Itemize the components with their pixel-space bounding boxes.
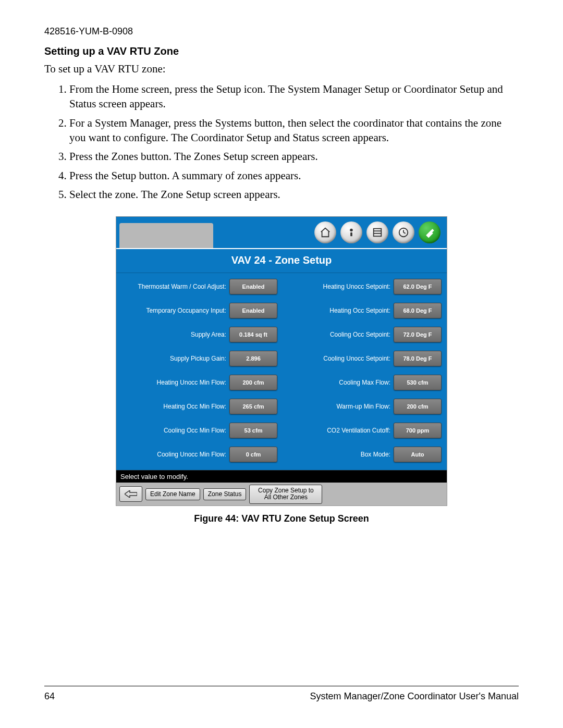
- edit-zone-name-button[interactable]: Edit Zone Name: [145, 488, 200, 500]
- cool-occ-min-label: Cooling Occ Min Flow:: [118, 427, 226, 434]
- figure-caption: Figure 44: VAV RTU Zone Setup Screen: [44, 513, 519, 524]
- cool-max-flow-label: Cooling Max Flow:: [283, 379, 390, 386]
- zone-title: VAV 24 - Zone Setup: [116, 248, 447, 273]
- heat-unocc-sp-label: Heating Unocc Setpoint:: [283, 283, 390, 290]
- box-mode-label: Box Mode:: [283, 451, 390, 458]
- page-number: 64: [44, 691, 55, 702]
- temp-occ-input-row: Temporary Occupancy Input: Enabled: [118, 300, 277, 321]
- home-icon[interactable]: [314, 221, 336, 243]
- svg-rect-2: [374, 229, 382, 237]
- cool-unocc-min-label: Cooling Unocc Min Flow:: [118, 451, 226, 458]
- top-toolbar: [116, 217, 447, 248]
- svg-point-0: [350, 229, 353, 232]
- supply-area-row: Supply Area: 0.184 sq ft: [118, 324, 277, 345]
- cool-unocc-min-value[interactable]: 0 cfm: [229, 447, 277, 462]
- supply-area-label: Supply Area:: [118, 331, 226, 338]
- co2-cutoff-label: CO2 Ventilation Cutoff:: [283, 427, 390, 434]
- right-column: Heating Unocc Setpoint: 62.0 Deg F Heati…: [283, 276, 442, 468]
- document-header: 428516-YUM-B-0908: [44, 26, 519, 37]
- footer-rule: [44, 686, 519, 686]
- cool-unocc-sp-label: Cooling Unocc Setpoint:: [283, 355, 390, 362]
- box-mode-row: Box Mode: Auto: [283, 444, 442, 465]
- cool-max-flow-row: Cooling Max Flow: 530 cfm: [283, 372, 442, 393]
- tab-placeholder: [119, 223, 213, 248]
- heat-occ-min-label: Heating Occ Min Flow:: [118, 403, 226, 410]
- setup-icon[interactable]: [419, 221, 440, 243]
- heat-unocc-min-row: Heating Unocc Min Flow: 200 cfm: [118, 372, 277, 393]
- cool-occ-sp-value[interactable]: 72.0 Deg F: [394, 327, 442, 342]
- zone-status-button[interactable]: Zone Status: [203, 488, 247, 500]
- heat-occ-min-value[interactable]: 265 cfm: [229, 399, 277, 414]
- cool-unocc-min-row: Cooling Unocc Min Flow: 0 cfm: [118, 444, 277, 465]
- step-2: For a System Manager, press the Systems …: [69, 116, 519, 145]
- box-mode-value[interactable]: Auto: [394, 447, 442, 462]
- cool-unocc-sp-value[interactable]: 78.0 Deg F: [394, 351, 442, 366]
- warmup-min-label: Warm-up Min Flow:: [283, 403, 390, 410]
- section-title: Setting up a VAV RTU Zone: [44, 45, 519, 57]
- cool-occ-min-row: Cooling Occ Min Flow: 53 cfm: [118, 420, 277, 441]
- svg-line-7: [403, 232, 406, 233]
- warmup-min-row: Warm-up Min Flow: 200 cfm: [283, 396, 442, 417]
- cool-occ-min-value[interactable]: 53 cfm: [229, 423, 277, 438]
- intro-text: To set up a VAV RTU zone:: [44, 63, 519, 76]
- clock-icon[interactable]: [393, 221, 414, 243]
- thermostat-adjust-value[interactable]: Enabled: [229, 279, 277, 294]
- copy-zone-setup-button[interactable]: Copy Zone Setup to All Other Zones: [249, 485, 322, 503]
- step-1: From the Home screen, press the Setup ic…: [69, 82, 519, 112]
- svg-rect-1: [350, 232, 352, 236]
- thermostat-adjust-label: Thermostat Warm / Cool Adjust:: [118, 283, 226, 290]
- step-4: Press the Setup button. A summary of zon…: [69, 168, 519, 183]
- thermostat-adjust-row: Thermostat Warm / Cool Adjust: Enabled: [118, 276, 277, 297]
- temp-occ-input-value[interactable]: Enabled: [229, 303, 277, 318]
- cool-max-flow-value[interactable]: 530 cfm: [394, 375, 442, 390]
- step-5: Select the zone. The Zone Setup screen a…: [69, 187, 519, 202]
- steps-list: From the Home screen, press the Setup ic…: [44, 82, 519, 202]
- supply-pickup-label: Supply Pickup Gain:: [118, 355, 226, 362]
- temp-occ-input-label: Temporary Occupancy Input:: [118, 307, 226, 314]
- heat-occ-sp-row: Heating Occ Setpoint: 68.0 Deg F: [283, 300, 442, 321]
- warmup-min-value[interactable]: 200 cfm: [394, 399, 442, 414]
- zone-body: Thermostat Warm / Cool Adjust: Enabled T…: [116, 273, 447, 470]
- back-button[interactable]: [119, 486, 142, 502]
- co2-cutoff-value[interactable]: 700 ppm: [394, 423, 442, 438]
- supply-area-value[interactable]: 0.184 sq ft: [229, 327, 277, 342]
- co2-cutoff-row: CO2 Ventilation Cutoff: 700 ppm: [283, 420, 442, 441]
- cool-occ-sp-row: Cooling Occ Setpoint: 72.0 Deg F: [283, 324, 442, 345]
- heat-unocc-min-value[interactable]: 200 cfm: [229, 375, 277, 390]
- page-footer: 64 System Manager/Zone Coordinator User'…: [44, 691, 519, 702]
- manual-title: System Manager/Zone Coordinator User's M…: [310, 691, 519, 702]
- cool-unocc-sp-row: Cooling Unocc Setpoint: 78.0 Deg F: [283, 348, 442, 369]
- heat-occ-sp-label: Heating Occ Setpoint:: [283, 307, 390, 314]
- select-prompt: Select value to modify.: [116, 470, 447, 483]
- heat-unocc-min-label: Heating Unocc Min Flow:: [118, 379, 226, 386]
- zone-setup-screen: VAV 24 - Zone Setup Thermostat Warm / Co…: [116, 216, 447, 506]
- bottom-toolbar: Edit Zone Name Zone Status Copy Zone Set…: [116, 483, 447, 505]
- heat-occ-sp-value[interactable]: 68.0 Deg F: [394, 303, 442, 318]
- alert-icon[interactable]: [340, 221, 362, 243]
- heat-unocc-sp-value[interactable]: 62.0 Deg F: [394, 279, 442, 294]
- list-icon[interactable]: [366, 221, 388, 243]
- supply-pickup-row: Supply Pickup Gain: 2.896: [118, 348, 277, 369]
- step-3: Press the Zones button. The Zones Setup …: [69, 149, 519, 164]
- heat-unocc-sp-row: Heating Unocc Setpoint: 62.0 Deg F: [283, 276, 442, 297]
- left-column: Thermostat Warm / Cool Adjust: Enabled T…: [118, 276, 277, 468]
- supply-pickup-value[interactable]: 2.896: [229, 351, 277, 366]
- heat-occ-min-row: Heating Occ Min Flow: 265 cfm: [118, 396, 277, 417]
- cool-occ-sp-label: Cooling Occ Setpoint:: [283, 331, 390, 338]
